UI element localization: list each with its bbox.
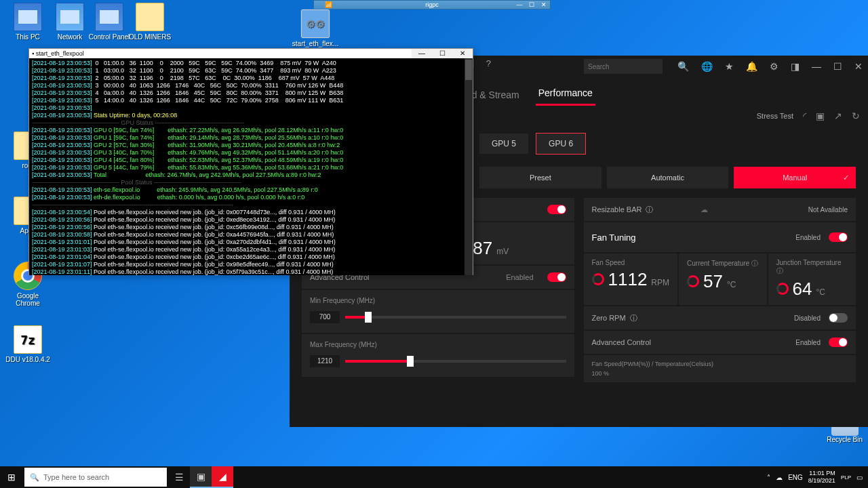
junction-temp-metric: Junction Temperature ⓘ 64°C [768, 253, 856, 305]
max-freq-value[interactable]: 1210 [310, 355, 340, 367]
remote-host-name: rigpc [425, 1, 439, 9]
loading-icon: ◜ [803, 110, 806, 121]
info-icon[interactable]: ⓘ [646, 205, 653, 215]
reset-icon[interactable]: ↻ [852, 110, 860, 121]
cmd-titlebar[interactable]: ▪ start_eth_flexpool — ☐ ✕ [29, 49, 473, 58]
desktop-this-pc[interactable]: This PC [4, 3, 52, 41]
help-icon[interactable]: ? [486, 58, 491, 68]
fan-advanced-control-row: Advanced Control Enabled [584, 331, 856, 354]
tray-chevron-icon[interactable]: ˄ [767, 474, 770, 481]
taskbar-cmd[interactable]: ▣ [190, 466, 212, 488]
max-freq-track[interactable] [345, 360, 566, 363]
min-frequency-slider: Min Frequency (MHz) 700 [302, 290, 574, 333]
stress-test-label[interactable]: Stress Test [757, 112, 793, 120]
bookmark-icon[interactable]: ★ [725, 61, 734, 72]
fan-curve-chart[interactable]: Fan Speed(PWM(%)) / Temperature(Celsius)… [584, 355, 856, 382]
info-icon[interactable]: ⓘ [630, 313, 637, 323]
fan-advanced-toggle[interactable] [829, 338, 848, 347]
close-icon[interactable]: ✕ [854, 61, 863, 72]
info-icon[interactable]: ⓘ [776, 267, 783, 274]
cmd-output[interactable]: [2021-08-19 23:00:53] 0 01:00.0 36 1100 … [29, 58, 473, 275]
fan-tuning-row: Fan Tuning Enabled [584, 222, 856, 252]
minimize-icon[interactable]: — [513, 1, 526, 9]
globe-icon[interactable]: 🌐 [701, 61, 713, 72]
desktop-ddu[interactable]: 7zDDU v18.0.4.2 [4, 325, 52, 363]
desktop-start-eth-flex[interactable]: start_eth_flex... [292, 9, 339, 47]
tab-performance[interactable]: Performance [536, 82, 595, 106]
tray-clock[interactable]: 11:01 PM8/19/2021 [808, 470, 835, 485]
desktop-old-miners[interactable]: OLD MINERS [126, 3, 174, 41]
zero-rpm-row: Zero RPMⓘ Disabled [584, 306, 856, 329]
gpu-tuning-toggle[interactable] [547, 205, 566, 214]
cmd-icon: ▪ [32, 50, 34, 57]
resizable-bar-row: Resizable BARⓘ ☁ Not Available [584, 198, 856, 221]
fan-tuning-toggle[interactable] [829, 232, 848, 242]
export-icon[interactable]: ↗ [834, 110, 842, 121]
taskbar-search[interactable]: 🔍Type here to search [24, 468, 167, 487]
search-icon: 🔍 [30, 473, 39, 482]
maximize-icon[interactable]: ☐ [526, 1, 538, 9]
copy-icon[interactable]: ▣ [816, 110, 825, 121]
close-icon[interactable]: ✕ [452, 49, 473, 58]
advanced-control-toggle[interactable] [547, 272, 566, 282]
minimize-icon[interactable]: — [412, 49, 432, 58]
task-view-button[interactable]: ☰ [168, 466, 190, 488]
anydesk-titlebar[interactable]: 📶 rigpc — ☐ ✕ [313, 0, 551, 9]
system-tray[interactable]: ˄ ☁ ENG 11:01 PM8/19/2021 PLP ▭ [767, 470, 868, 485]
cmd-window: ▪ start_eth_flexpool — ☐ ✕ [2021-08-19 2… [28, 48, 473, 275]
minimize-icon[interactable]: — [812, 61, 821, 72]
tray-notifications-icon[interactable]: ▭ [856, 474, 863, 481]
tray-onedrive-icon[interactable]: ☁ [776, 474, 783, 481]
gear-icon[interactable]: ⚙ [770, 61, 778, 72]
tray-keyboard[interactable]: PLP [841, 474, 851, 481]
taskbar-amd[interactable]: ◢ [212, 466, 233, 488]
gpu6-button[interactable]: GPU 6 [536, 133, 586, 155]
current-temp-metric: Current Temperature ⓘ 57°C [679, 253, 767, 305]
min-freq-value[interactable]: 700 [310, 311, 340, 323]
automatic-button[interactable]: Automatic [607, 167, 729, 188]
preset-button[interactable]: Preset [479, 167, 601, 188]
tray-lang[interactable]: ENG [788, 474, 803, 481]
panel-icon[interactable]: ◨ [791, 61, 800, 72]
manual-button[interactable]: Manual [734, 167, 856, 188]
maximize-icon[interactable]: ☐ [432, 49, 452, 58]
signal-icon: 📶 [325, 1, 332, 9]
max-frequency-slider: Max Frequency (MHz) 1210 [302, 334, 574, 377]
bell-icon[interactable]: 🔔 [746, 61, 757, 72]
min-freq-track[interactable] [345, 316, 566, 319]
info-icon[interactable]: ⓘ [751, 260, 758, 267]
cmd-title-text: start_eth_flexpool [36, 50, 84, 57]
scrollbar[interactable] [465, 58, 473, 275]
gpu5-button[interactable]: GPU 5 [479, 134, 528, 154]
zero-rpm-toggle[interactable] [829, 313, 848, 323]
fan-speed-metric: Fan Speed 1112RPM [584, 253, 678, 305]
search-icon[interactable]: 🔍 [677, 61, 689, 72]
close-icon[interactable]: ✕ [538, 1, 550, 9]
tab-record-stream[interactable]: rd & Stream [466, 84, 522, 106]
taskbar: ⊞ 🔍Type here to search ☰ ▣ ◢ ˄ ☁ ENG 11:… [0, 466, 868, 488]
start-button[interactable]: ⊞ [0, 466, 23, 488]
maximize-icon[interactable]: ☐ [833, 61, 842, 72]
fan-tuning-column: Resizable BARⓘ ☁ Not Available Fan Tunin… [584, 198, 856, 382]
search-input[interactable] [584, 59, 663, 74]
